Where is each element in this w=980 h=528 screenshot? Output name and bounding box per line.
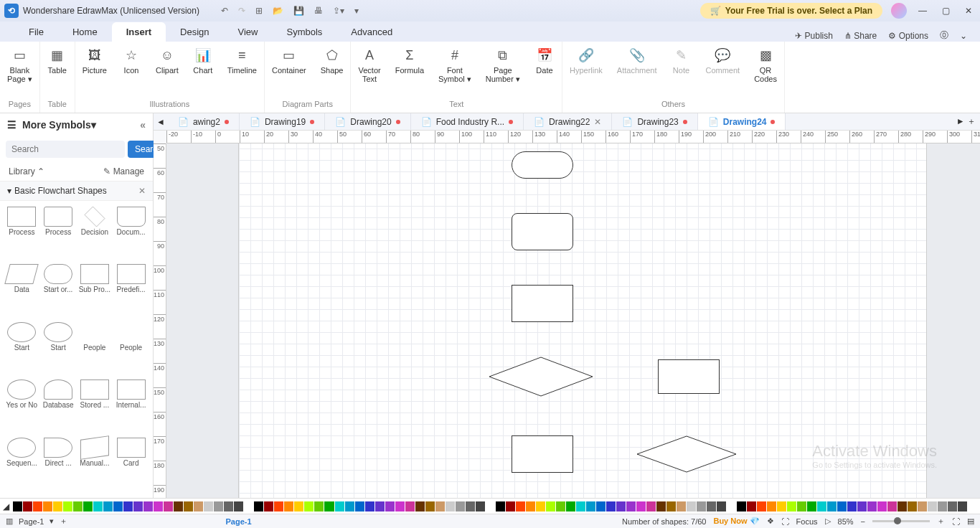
color-swatch[interactable] bbox=[93, 501, 103, 512]
color-swatch[interactable] bbox=[656, 501, 666, 512]
color-swatch[interactable] bbox=[797, 501, 806, 512]
zoom-out-icon[interactable]: − bbox=[861, 517, 865, 526]
ribbon-vector-text[interactable]: AVectorText bbox=[351, 44, 387, 100]
ribbon-qr-codes[interactable]: ▩QRCodes bbox=[747, 44, 784, 100]
panels-icon[interactable]: ▤ bbox=[967, 517, 974, 526]
options-link[interactable]: ⚙ Options bbox=[888, 31, 928, 41]
menu-tab-file[interactable]: File bbox=[14, 22, 58, 42]
color-swatch[interactable] bbox=[133, 501, 143, 512]
color-swatch[interactable] bbox=[335, 501, 344, 512]
shape-item[interactable]: Card bbox=[113, 438, 149, 492]
avatar[interactable] bbox=[891, 3, 907, 19]
menu-tab-view[interactable]: View bbox=[224, 22, 273, 42]
color-swatch[interactable] bbox=[636, 501, 646, 512]
collapse-ribbon-icon[interactable]: ⌄ bbox=[960, 31, 967, 41]
color-swatch[interactable] bbox=[456, 501, 465, 512]
ribbon-font-symbol-[interactable]: #FontSymbol ▾ bbox=[431, 44, 479, 100]
shape-rect-1[interactable] bbox=[512, 285, 573, 322]
ribbon-picture[interactable]: 🖼Picture bbox=[75, 44, 114, 100]
shape-item[interactable]: Decision bbox=[77, 207, 113, 261]
print-icon[interactable]: 🖶 bbox=[314, 6, 323, 16]
color-swatch[interactable] bbox=[476, 501, 485, 512]
color-swatch[interactable] bbox=[324, 501, 334, 512]
color-swatch[interactable] bbox=[626, 501, 636, 512]
color-swatch[interactable] bbox=[375, 501, 385, 512]
color-swatch[interactable] bbox=[596, 501, 606, 512]
ribbon-shape[interactable]: ⬠Shape bbox=[314, 44, 351, 100]
color-swatch[interactable] bbox=[264, 501, 273, 512]
fit-page-icon[interactable]: ⛶ bbox=[952, 517, 960, 526]
fullscreen-icon[interactable]: ⛶ bbox=[781, 517, 789, 526]
menu-tab-design[interactable]: Design bbox=[166, 22, 223, 42]
close-button[interactable]: ✕ bbox=[961, 6, 976, 16]
notification-icon[interactable]: ⓪ bbox=[940, 29, 948, 42]
shape-item[interactable]: Direct ... bbox=[41, 438, 76, 492]
color-swatch[interactable] bbox=[103, 501, 113, 512]
color-swatch[interactable] bbox=[687, 501, 696, 512]
color-swatch[interactable] bbox=[787, 501, 796, 512]
shape-rounded-rect[interactable] bbox=[512, 213, 573, 250]
ribbon-container[interactable]: ▭Container bbox=[265, 44, 314, 100]
ribbon-date[interactable]: 📅Date bbox=[527, 44, 562, 100]
shape-item[interactable]: Predefi... bbox=[113, 264, 149, 319]
shape-item[interactable]: Yes or No bbox=[4, 380, 39, 434]
shape-item[interactable]: Sub Pro... bbox=[77, 264, 113, 319]
ribbon-timeline[interactable]: ≡Timeline bbox=[220, 44, 264, 100]
shape-rect-2[interactable] bbox=[658, 359, 720, 394]
shape-item[interactable]: Start or... bbox=[41, 264, 76, 319]
color-swatch[interactable] bbox=[355, 501, 364, 512]
shape-item[interactable]: Sequen... bbox=[4, 438, 39, 492]
page-tab[interactable]: Page-1 bbox=[19, 517, 44, 526]
color-swatch[interactable] bbox=[63, 501, 72, 512]
shape-item[interactable]: People bbox=[77, 322, 113, 377]
color-swatch[interactable] bbox=[234, 501, 243, 512]
color-swatch[interactable] bbox=[415, 501, 425, 512]
close-tab-icon[interactable]: ✕ bbox=[594, 117, 601, 127]
shape-item[interactable]: People bbox=[113, 322, 149, 377]
present-icon[interactable]: ▷ bbox=[825, 517, 831, 526]
color-swatch[interactable] bbox=[214, 501, 223, 512]
shape-item[interactable]: Data bbox=[4, 264, 39, 319]
color-swatch[interactable] bbox=[13, 501, 22, 512]
color-swatch[interactable] bbox=[666, 501, 676, 512]
color-swatch[interactable] bbox=[53, 501, 62, 512]
add-page-icon[interactable]: ＋ bbox=[60, 516, 67, 527]
chevron-down-icon[interactable]: ▾ bbox=[7, 186, 11, 196]
color-swatch[interactable] bbox=[586, 501, 595, 512]
minimize-button[interactable]: — bbox=[915, 6, 930, 16]
shape-rect-3[interactable] bbox=[512, 435, 573, 473]
hamburger-icon[interactable]: ☰ bbox=[7, 119, 17, 131]
color-swatch[interactable] bbox=[968, 501, 977, 512]
color-swatch[interactable] bbox=[958, 501, 967, 512]
color-swatch[interactable] bbox=[948, 501, 957, 512]
color-swatch[interactable] bbox=[204, 501, 213, 512]
color-swatch[interactable] bbox=[405, 501, 415, 512]
page-layout-icon[interactable]: ▥ bbox=[6, 517, 13, 526]
save-icon[interactable]: 💾 bbox=[293, 6, 304, 16]
color-swatch[interactable] bbox=[646, 501, 656, 512]
buy-now-link[interactable]: Buy Now 💎 bbox=[713, 517, 759, 526]
color-swatch[interactable] bbox=[194, 501, 203, 512]
tab-scroll-right-icon[interactable]: ► ＋ bbox=[952, 116, 980, 128]
color-swatch[interactable] bbox=[486, 501, 495, 512]
menu-tab-home[interactable]: Home bbox=[58, 22, 112, 42]
ribbon-clipart[interactable]: ☺Clipart bbox=[149, 44, 186, 100]
color-swatch[interactable] bbox=[717, 501, 726, 512]
library-link[interactable]: Library ⌃ bbox=[9, 166, 44, 176]
tab-scroll-left-icon[interactable]: ◄ bbox=[154, 117, 168, 127]
search-input[interactable] bbox=[6, 141, 125, 158]
color-swatch[interactable] bbox=[83, 501, 93, 512]
color-swatch[interactable] bbox=[435, 501, 445, 512]
color-swatch[interactable] bbox=[827, 501, 837, 512]
color-swatch[interactable] bbox=[254, 501, 263, 512]
trial-banner[interactable]: 🛒 Your Free Trial is over. Select a Plan bbox=[700, 3, 882, 19]
color-swatch[interactable] bbox=[546, 501, 555, 512]
shape-decision-1[interactable] bbox=[489, 357, 593, 397]
color-swatch[interactable] bbox=[727, 501, 736, 512]
color-swatch[interactable] bbox=[446, 501, 455, 512]
color-swatch[interactable] bbox=[123, 501, 133, 512]
color-swatch[interactable] bbox=[506, 501, 515, 512]
color-swatch[interactable] bbox=[33, 501, 42, 512]
color-swatch[interactable] bbox=[837, 501, 847, 512]
ribbon-formula[interactable]: ΣFormula bbox=[388, 44, 431, 100]
